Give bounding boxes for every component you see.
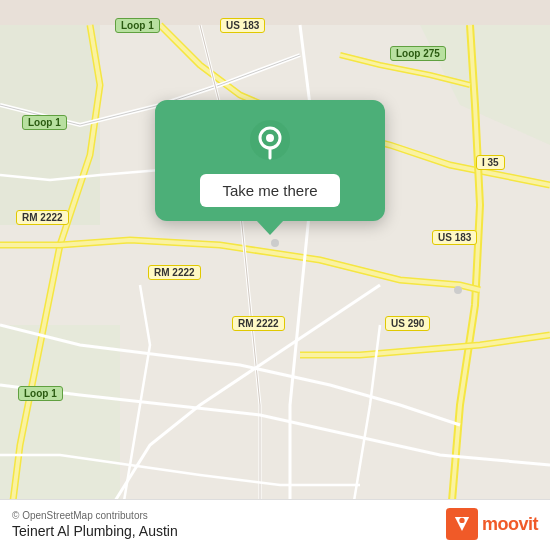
attribution-text: © OpenStreetMap contributors [12,510,178,521]
road-label-rm2222-left: RM 2222 [16,210,69,225]
bottom-bar: © OpenStreetMap contributors Teinert Al … [0,499,550,550]
svg-rect-2 [0,325,120,525]
svg-point-10 [459,518,464,523]
map-container: Loop 1 US 183 Loop 275 Loop 1 US 183 I 3… [0,0,550,550]
road-label-us183-right: US 183 [432,230,477,245]
moovit-logo: moovit [446,508,538,540]
svg-point-5 [454,286,462,294]
location-name-text: Teinert Al Plumbing, Austin [12,523,178,539]
location-popup: Take me there [155,100,385,221]
road-label-loop1-top: Loop 1 [115,18,160,33]
road-label-us183-top: US 183 [220,18,265,33]
location-pin-icon [248,118,292,162]
svg-point-8 [266,134,274,142]
bottom-info: © OpenStreetMap contributors Teinert Al … [12,510,178,539]
take-me-there-button[interactable]: Take me there [200,174,339,207]
road-label-rm2222-mid: RM 2222 [148,265,201,280]
map-roads [0,0,550,550]
road-label-us290: US 290 [385,316,430,331]
road-label-i35: I 35 [476,155,505,170]
road-label-loop1-bot: Loop 1 [18,386,63,401]
road-label-rm2222-bot: RM 2222 [232,316,285,331]
moovit-brand-text: moovit [482,514,538,535]
road-label-loop275: Loop 275 [390,46,446,61]
svg-point-4 [271,239,279,247]
road-label-loop1-mid: Loop 1 [22,115,67,130]
moovit-icon [446,508,478,540]
